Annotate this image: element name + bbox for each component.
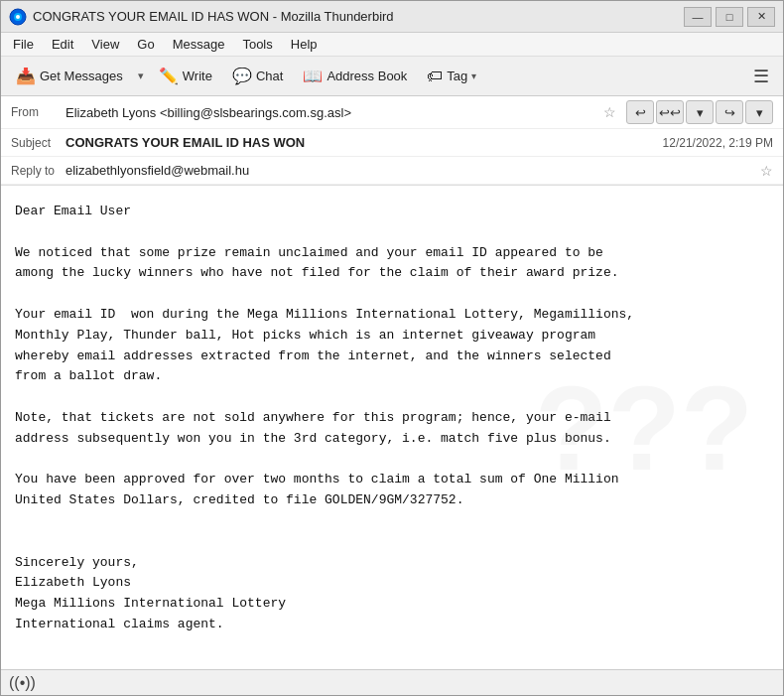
email-header: From Elizabeth Lyons <billing@slsbearing… (1, 96, 783, 186)
subject-row: Subject CONGRATS YOUR EMAIL ID HAS WON 1… (1, 129, 783, 157)
write-icon: ✏️ (159, 67, 179, 85)
from-label: From (11, 105, 65, 119)
tag-button[interactable]: 🏷 Tag ▾ (418, 63, 485, 90)
get-messages-label: Get Messages (40, 69, 123, 83)
menu-file[interactable]: File (5, 35, 42, 54)
from-row: From Elizabeth Lyons <billing@slsbearing… (1, 96, 783, 129)
menu-message[interactable]: Message (165, 35, 233, 54)
tag-icon: 🏷 (427, 68, 443, 85)
get-messages-dropdown[interactable]: ▾ (134, 65, 148, 87)
write-label: Write (183, 69, 212, 83)
chat-button[interactable]: 💬 Chat (223, 62, 292, 90)
from-value: Elizabeth Lyons <billing@slsbearings.com… (65, 105, 603, 120)
from-star-icon[interactable]: ☆ (603, 104, 616, 120)
main-window: CONGRATS YOUR EMAIL ID HAS WON - Mozilla… (0, 0, 784, 696)
nav-button-group: ↩ ↩↩ ▾ ↪ ▾ (626, 100, 773, 124)
nav-dropdown1[interactable]: ▾ (686, 100, 714, 124)
reply-all-button[interactable]: ↩↩ (656, 100, 684, 124)
address-book-icon: 📖 (303, 67, 323, 85)
address-book-label: Address Book (327, 69, 407, 83)
chat-label: Chat (256, 69, 283, 83)
email-timestamp: 12/21/2022, 2:19 PM (663, 136, 773, 150)
minimize-button[interactable]: — (684, 7, 712, 27)
subject-label: Subject (11, 136, 65, 150)
tag-label: Tag (447, 69, 467, 83)
reply-back-button[interactable]: ↩ (626, 100, 654, 124)
menu-bar: File Edit View Go Message Tools Help (1, 33, 783, 57)
email-body: ??? Dear Email User We noticed that some… (1, 186, 783, 669)
email-content: Dear Email User We noticed that some pri… (15, 202, 769, 635)
menu-edit[interactable]: Edit (44, 35, 81, 54)
get-messages-icon: 📥 (16, 67, 36, 85)
title-bar: CONGRATS YOUR EMAIL ID HAS WON - Mozilla… (1, 1, 783, 33)
connection-status-icon: ((•)) (9, 674, 36, 692)
window-controls: — □ ✕ (684, 7, 775, 27)
forward-button[interactable]: ↪ (716, 100, 743, 124)
reply-to-value: elizabethlyonsfield@webmail.hu (65, 163, 760, 178)
reply-to-row: Reply to elizabethlyonsfield@webmail.hu … (1, 157, 783, 185)
close-button[interactable]: ✕ (747, 7, 775, 27)
nav-dropdown2[interactable]: ▾ (745, 100, 773, 124)
reply-to-label: Reply to (11, 164, 65, 178)
status-bar: ((•)) (1, 669, 783, 695)
subject-value: CONGRATS YOUR EMAIL ID HAS WON (65, 135, 663, 150)
tag-dropdown-icon: ▾ (471, 70, 476, 81)
toolbar: 📥 Get Messages ▾ ✏️ Write 💬 Chat 📖 Addre… (1, 57, 783, 96)
address-book-button[interactable]: 📖 Address Book (294, 62, 416, 90)
reply-star-icon[interactable]: ☆ (760, 163, 773, 179)
menu-help[interactable]: Help (283, 35, 326, 54)
hamburger-menu-button[interactable]: ☰ (745, 62, 777, 91)
menu-view[interactable]: View (83, 35, 127, 54)
get-messages-button[interactable]: 📥 Get Messages (7, 62, 132, 90)
maximize-button[interactable]: □ (716, 7, 743, 27)
write-button[interactable]: ✏️ Write (150, 62, 221, 90)
menu-go[interactable]: Go (129, 35, 162, 54)
chat-icon: 💬 (232, 67, 252, 85)
window-title: CONGRATS YOUR EMAIL ID HAS WON - Mozilla… (33, 9, 684, 24)
app-icon (9, 8, 27, 26)
menu-tools[interactable]: Tools (234, 35, 280, 54)
svg-point-2 (16, 15, 20, 19)
